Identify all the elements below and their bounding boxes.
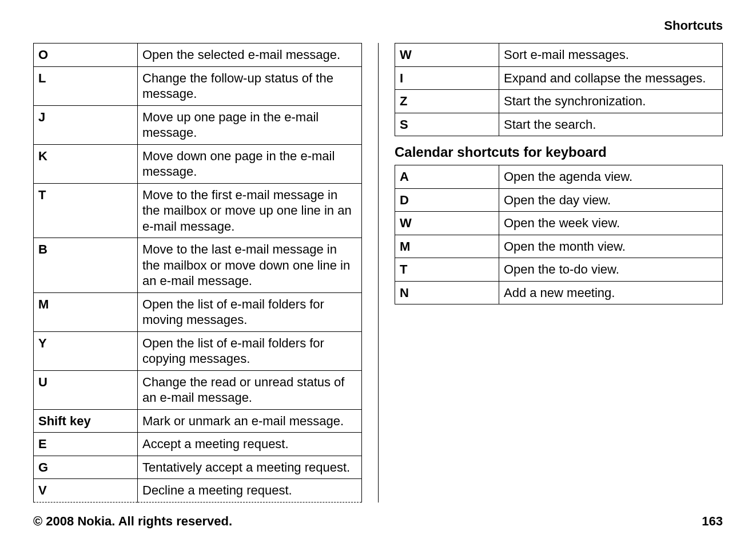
table-row: J Move up one page in the e-mail message… [34,105,362,144]
section-header: Shortcuts [664,18,723,33]
table-row: M Open the month view. [395,235,723,258]
shortcut-key: L [34,66,138,105]
shortcut-key: Z [395,90,499,113]
shortcut-key: V [34,479,138,503]
table-row: K Move down one page in the e-mail messa… [34,144,362,183]
shortcut-desc: Sort e-mail messages. [499,43,723,67]
table-row: I Expand and collapse the messages. [395,66,723,90]
table-row: E Accept a meeting request. [34,433,362,456]
table-row: W Open the week view. [395,212,723,235]
shortcut-desc: Expand and collapse the messages. [499,66,723,90]
shortcut-desc: Tentatively accept a meeting request. [138,456,362,479]
shortcut-desc: Accept a meeting request. [138,433,362,456]
shortcut-desc: Open the week view. [499,212,723,235]
table-row: N Add a new meeting. [395,281,723,304]
table-row: Z Start the synchronization. [395,90,723,113]
calendar-shortcuts-table: A Open the agenda view. D Open the day v… [395,165,723,304]
table-row: S Start the search. [395,113,723,136]
shortcut-key: Y [34,331,138,370]
shortcut-key: E [34,433,138,456]
table-row: T Open the to-do view. [395,258,723,282]
shortcut-desc: Open the agenda view. [499,165,723,189]
table-row: U Change the read or unread status of an… [34,370,362,409]
shortcut-key: O [34,43,138,67]
table-row: L Change the follow-up status of the mes… [34,66,362,105]
shortcut-desc: Decline a meeting request. [138,479,362,503]
right-column: W Sort e-mail messages. I Expand and col… [378,43,723,503]
shortcut-desc: Mark or unmark an e-mail message. [138,409,362,433]
page: Shortcuts O Open the selected e-mail mes… [0,0,756,546]
shortcut-desc: Open the to-do view. [499,258,723,282]
shortcut-desc: Open the day view. [499,188,723,212]
table-row: V Decline a meeting request. [34,479,362,503]
shortcut-key: I [395,66,499,90]
content-columns: O Open the selected e-mail message. L Ch… [33,43,723,503]
calendar-section-title: Calendar shortcuts for keyboard [395,144,723,160]
shortcut-key: N [395,281,499,304]
left-column: O Open the selected e-mail message. L Ch… [33,43,378,503]
copyright-text: © 2008 Nokia. All rights reserved. [33,514,232,529]
shortcut-desc: Move down one page in the e-mail message… [138,144,362,183]
table-row: T Move to the first e-mail message in th… [34,183,362,238]
table-row: W Sort e-mail messages. [395,43,723,67]
shortcut-desc: Move to the first e-mail message in the … [138,183,362,238]
table-row: Y Open the list of e-mail folders for co… [34,331,362,370]
table-row: M Open the list of e-mail folders for mo… [34,292,362,331]
shortcut-desc: Add a new meeting. [499,281,723,304]
shortcut-desc: Change the read or unread status of an e… [138,370,362,409]
shortcut-key: Shift key [34,409,138,433]
shortcut-key: W [395,212,499,235]
email-shortcuts-table: O Open the selected e-mail message. L Ch… [33,43,362,503]
shortcut-key: T [34,183,138,238]
table-row: Shift key Mark or unmark an e-mail messa… [34,409,362,433]
shortcut-key: T [395,258,499,282]
shortcut-desc: Open the list of e-mail folders for movi… [138,292,362,331]
page-number: 163 [702,514,723,529]
shortcut-key: M [34,292,138,331]
page-footer: © 2008 Nokia. All rights reserved. 163 [33,514,723,529]
shortcut-key: J [34,105,138,144]
shortcut-key: M [395,235,499,258]
shortcut-key: K [34,144,138,183]
shortcut-desc: Open the selected e-mail message. [138,43,362,67]
shortcut-key: S [395,113,499,136]
shortcut-key: B [34,238,138,293]
shortcut-key: A [395,165,499,189]
shortcut-key: U [34,370,138,409]
shortcut-key: W [395,43,499,67]
table-row: G Tentatively accept a meeting request. [34,456,362,479]
shortcut-desc: Move to the last e-mail message in the m… [138,238,362,293]
shortcut-desc: Start the synchronization. [499,90,723,113]
table-row: B Move to the last e-mail message in the… [34,238,362,293]
table-row: D Open the day view. [395,188,723,212]
shortcut-desc: Open the month view. [499,235,723,258]
email-shortcuts-table-2: W Sort e-mail messages. I Expand and col… [395,43,723,136]
shortcut-desc: Change the follow-up status of the messa… [138,66,362,105]
shortcut-desc: Move up one page in the e-mail message. [138,105,362,144]
table-row: A Open the agenda view. [395,165,723,189]
shortcut-key: G [34,456,138,479]
shortcut-desc: Open the list of e-mail folders for copy… [138,331,362,370]
shortcut-key: D [395,188,499,212]
shortcut-desc: Start the search. [499,113,723,136]
table-row: O Open the selected e-mail message. [34,43,362,67]
